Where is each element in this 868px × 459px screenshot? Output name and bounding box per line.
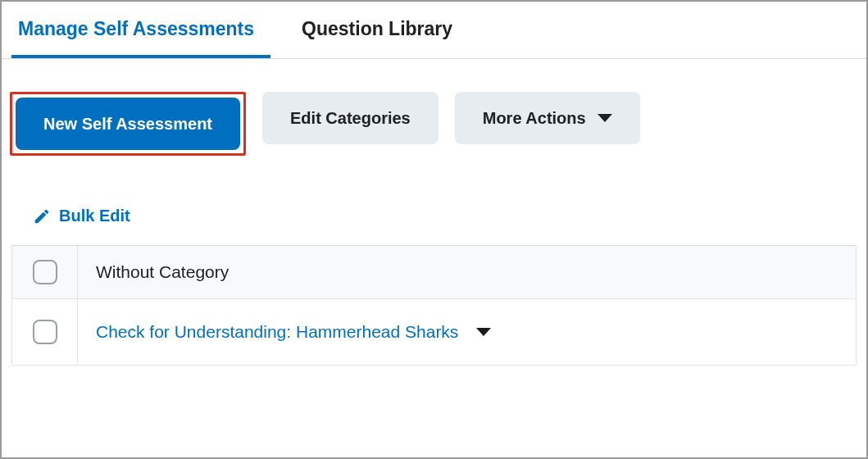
checkbox-cell xyxy=(12,246,78,298)
checkbox-cell xyxy=(12,299,78,365)
chevron-down-icon[interactable] xyxy=(476,328,491,336)
chevron-down-icon xyxy=(598,114,612,122)
bulk-edit-label: Bulk Edit xyxy=(59,207,130,225)
new-self-assessment-button[interactable]: New Self Assessment xyxy=(16,98,240,150)
more-actions-button[interactable]: More Actions xyxy=(455,92,640,144)
more-actions-label: More Actions xyxy=(483,109,586,128)
toolbar: New Self Assessment Edit Categories More… xyxy=(2,59,866,175)
tab-question-library[interactable]: Question Library xyxy=(295,2,469,58)
category-label: Without Category xyxy=(78,246,247,298)
bulk-edit-link[interactable]: Bulk Edit xyxy=(2,175,130,245)
highlight-box: New Self Assessment xyxy=(10,92,246,156)
table-row: Check for Understanding: Hammerhead Shar… xyxy=(12,299,856,365)
tab-manage-self-assessments[interactable]: Manage Self Assessments xyxy=(11,2,270,58)
category-header-row: Without Category xyxy=(12,246,856,299)
select-all-checkbox[interactable] xyxy=(33,260,57,284)
assessment-link[interactable]: Check for Understanding: Hammerhead Shar… xyxy=(96,322,458,342)
tab-bar: Manage Self Assessments Question Library xyxy=(2,2,866,59)
edit-categories-button[interactable]: Edit Categories xyxy=(262,92,439,144)
row-checkbox[interactable] xyxy=(33,320,57,344)
pencil-icon xyxy=(33,207,51,225)
assessments-table: Without Category Check for Understanding… xyxy=(11,245,857,366)
